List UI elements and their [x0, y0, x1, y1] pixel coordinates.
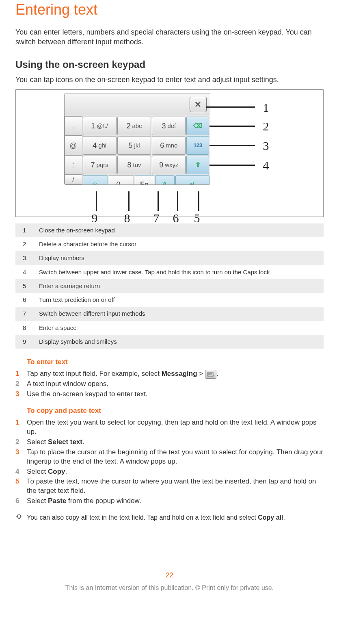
close-icon[interactable]: ✕ — [190, 97, 207, 112]
backspace-icon[interactable]: ⌫ — [186, 117, 209, 135]
step: A text input window opens. — [27, 379, 324, 389]
tip: You can also copy all text in the text f… — [15, 513, 324, 522]
page-title: Entering text — [15, 0, 324, 20]
keypad-header: ✕ — [65, 93, 210, 116]
key-3[interactable]: 3def — [152, 117, 186, 135]
input-method-key[interactable]: En — [135, 175, 154, 185]
callout-4: 4 — [263, 157, 269, 174]
keypad: ✕ . 1@!./ 2abc 3def ⌫ @ 4ghi 5jkl 6mno 1… — [64, 93, 210, 185]
shift-icon[interactable]: ⇧ — [186, 156, 209, 174]
legend-table: 1Close the on-screen keypad 2Delete a ch… — [15, 223, 324, 349]
keypad-figure: ✕ . 1@!./ 2abc 3def ⌫ @ 4ghi 5jkl 6mno 1… — [15, 89, 324, 217]
callout-3: 3 — [263, 138, 269, 154]
key-colon[interactable]: : — [65, 155, 82, 175]
key-8[interactable]: 8tuv — [117, 156, 151, 174]
compose-icon — [205, 370, 216, 379]
intro-text: You can enter letters, numbers and speci… — [15, 27, 324, 47]
callout-7: 7 — [153, 210, 160, 227]
callout-2: 2 — [263, 118, 269, 135]
step: Select Copy. — [27, 467, 324, 477]
section-intro: You can tap icons on the on-screen keypa… — [15, 75, 324, 85]
step: Use the on-screen keypad to enter text. — [27, 390, 324, 399]
key-9[interactable]: 9wxyz — [152, 156, 186, 174]
svg-rect-5 — [19, 518, 20, 519]
callout-8: 8 — [124, 210, 130, 227]
svg-line-10 — [21, 514, 22, 515]
step: Select Select text. — [27, 438, 324, 447]
step: Select Paste from the popup window. — [27, 497, 324, 506]
key-2[interactable]: 2abc — [117, 117, 151, 135]
key-slash[interactable]: / — [65, 175, 82, 184]
key-period[interactable]: . — [65, 116, 82, 136]
copy-paste-heading: To copy and paste text — [27, 406, 324, 416]
footer-text: This is an Internet version of this publ… — [15, 583, 324, 592]
step: To paste the text, move the cursor to wh… — [27, 477, 324, 496]
page-number: 22 — [15, 571, 324, 580]
svg-point-4 — [17, 515, 21, 518]
svg-line-9 — [17, 514, 17, 515]
key-7[interactable]: 7pqrs — [83, 156, 117, 174]
callout-1: 1 — [263, 100, 269, 116]
step: Tap any text input field. For example, s… — [27, 369, 324, 379]
key-6[interactable]: 6mno — [152, 136, 186, 155]
callout-5: 5 — [194, 210, 200, 227]
callout-9: 9 — [92, 210, 98, 227]
enter-text-heading: To enter text — [27, 358, 324, 367]
enter-icon[interactable]: ↵ — [175, 175, 209, 185]
key-0[interactable]: 0␣ — [109, 175, 134, 185]
key-at[interactable]: @ — [65, 136, 82, 155]
numbers-key[interactable]: 123 — [186, 136, 209, 155]
key-1[interactable]: 1@!./ — [83, 117, 117, 135]
callout-6: 6 — [173, 210, 179, 227]
copy-paste-steps: 1Open the text you want to select for co… — [15, 418, 324, 506]
prediction-key[interactable]: A — [155, 175, 175, 185]
key-5[interactable]: 5jkl — [117, 136, 151, 155]
step: Open the text you want to select for cop… — [27, 418, 324, 437]
section-heading: Using the on-screen keypad — [15, 58, 324, 71]
key-4[interactable]: 4ghi — [83, 136, 117, 155]
lightbulb-icon — [15, 513, 27, 522]
enter-text-steps: 1Tap any text input field. For example, … — [15, 369, 324, 399]
smiley-icon[interactable]: ☺ — [83, 175, 108, 185]
step: Tap to place the cursor at the beginning… — [27, 448, 324, 466]
